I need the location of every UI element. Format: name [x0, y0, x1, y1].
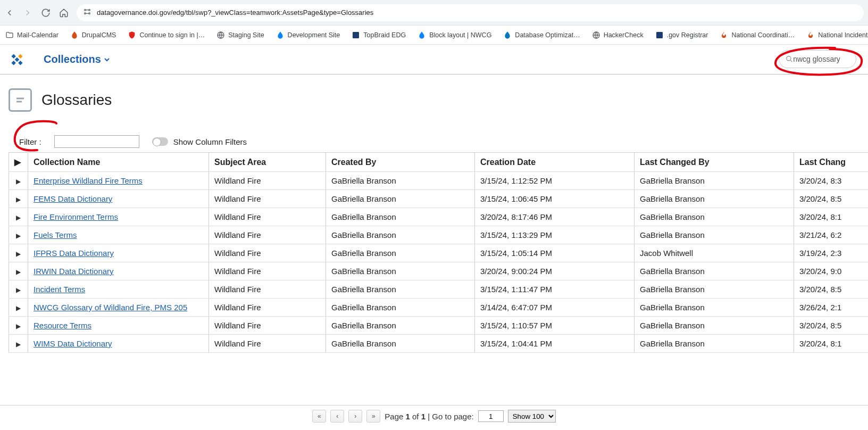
row-expand[interactable]: ▶	[16, 268, 21, 276]
svg-rect-14	[18, 61, 22, 65]
cell-last-changed: 3/20/24, 8:5	[794, 190, 869, 208]
cell-creation-date: 3/15/24, 1:04:41 PM	[475, 335, 635, 353]
cell-created-by: GaBriella Branson	[326, 317, 475, 335]
row-expand[interactable]: ▶	[16, 286, 21, 294]
bookmark-item[interactable]: Database Optimizat…	[503, 31, 580, 39]
cell-last-changed: 3/19/24, 2:3	[794, 244, 869, 262]
pager-prev[interactable]: ‹	[330, 410, 344, 423]
global-search[interactable]	[779, 50, 856, 68]
bookmark-item[interactable]: .gov Registrar	[655, 31, 708, 39]
bookmark-item[interactable]: TopBraid EDG	[352, 31, 406, 39]
show-column-filters-toggle[interactable]	[152, 137, 168, 146]
bookmark-label: Continue to sign in |…	[139, 31, 205, 39]
collections-menu[interactable]: Collections	[44, 53, 110, 65]
bookmark-item[interactable]: Block layout | NWCG	[418, 31, 491, 39]
row-expand[interactable]: ▶	[16, 341, 21, 348]
site-settings-icon	[83, 7, 91, 18]
cell-created-by: GaBriella Branson	[326, 262, 475, 280]
row-expand[interactable]: ▶	[16, 196, 21, 203]
pager-goto-label: | Go to page:	[425, 412, 474, 421]
table-row: ▶ Enterprise Wildland Fire Terms Wildlan…	[9, 172, 869, 190]
reload-button[interactable]	[40, 7, 51, 18]
cell-last-changed-by: Jacob Whitwell	[635, 244, 794, 262]
caret-right-icon: ▶	[14, 158, 21, 167]
forward-button[interactable]	[22, 7, 33, 18]
back-button[interactable]	[4, 7, 15, 18]
expand-all-header[interactable]: ▶	[9, 153, 28, 172]
bookmark-item[interactable]: DrupalCMS	[70, 31, 116, 39]
table-row: ▶ Fuels Terms Wildland Fire GaBriella Br…	[9, 226, 869, 244]
collection-link[interactable]: WIMS Data Dictionary	[34, 339, 112, 348]
row-expand[interactable]: ▶	[16, 304, 21, 312]
cell-creation-date: 3/15/24, 1:06:45 PM	[475, 190, 635, 208]
row-expand[interactable]: ▶	[16, 322, 21, 330]
svg-rect-5	[353, 32, 359, 38]
drupal-icon	[70, 31, 79, 39]
collection-link[interactable]: NWCG Glossary of Wildland Fire, PMS 205	[34, 303, 187, 312]
collection-link[interactable]: FEMS Data Dictionary	[34, 194, 112, 203]
svg-rect-12	[11, 61, 15, 65]
bookmark-label: TopBraid EDG	[363, 31, 406, 39]
pager-goto-input[interactable]	[478, 410, 504, 422]
bookmark-label: DrupalCMS	[82, 31, 116, 39]
bookmark-item[interactable]: Staging Site	[216, 31, 264, 39]
cell-created-by: GaBriella Branson	[326, 299, 475, 317]
home-button[interactable]	[59, 7, 69, 18]
cell-last-changed-by: GaBriella Branson	[635, 190, 794, 208]
fire-icon	[720, 31, 728, 39]
pager-page-prefix: Page	[385, 412, 405, 421]
collection-link[interactable]: IFPRS Data Dictionary	[34, 249, 114, 258]
cell-subject-area: Wildland Fire	[209, 335, 326, 353]
col-creation-date[interactable]: Creation Date	[475, 153, 635, 172]
collection-link[interactable]: Enterprise Wildland Fire Terms	[34, 176, 143, 185]
bookmark-label: HackerCheck	[604, 31, 644, 39]
col-created-by[interactable]: Created By	[326, 153, 475, 172]
bookmark-item[interactable]: HackerCheck	[592, 31, 644, 39]
pager-page-sep: of	[410, 412, 421, 421]
glossaries-icon	[9, 88, 32, 112]
show-column-filters-label: Show Column Filters	[173, 137, 247, 146]
col-last-changed[interactable]: Last Chang	[794, 153, 869, 172]
cell-subject-area: Wildland Fire	[209, 280, 326, 299]
bookmark-item[interactable]: Continue to sign in |…	[128, 31, 205, 39]
col-collection-name[interactable]: Collection Name	[28, 153, 209, 172]
search-input[interactable]	[793, 55, 849, 63]
row-expand[interactable]: ▶	[16, 178, 21, 185]
pager-first[interactable]: «	[312, 410, 326, 423]
svg-point-3	[89, 13, 90, 14]
bookmark-item[interactable]: National Coordinati…	[720, 31, 795, 39]
cell-subject-area: Wildland Fire	[209, 226, 326, 244]
svg-rect-13	[11, 54, 15, 58]
collection-link[interactable]: Resource Terms	[34, 321, 91, 330]
row-expand[interactable]: ▶	[16, 214, 21, 221]
bookmark-item[interactable]: Development Site	[276, 31, 340, 39]
cell-subject-area: Wildland Fire	[209, 172, 326, 190]
svg-rect-11	[18, 54, 22, 58]
cell-created-by: GaBriella Branson	[326, 190, 475, 208]
col-subject-area[interactable]: Subject Area	[209, 153, 326, 172]
row-expand[interactable]: ▶	[16, 232, 21, 239]
svg-point-2	[85, 13, 86, 14]
collection-link[interactable]: Incident Terms	[34, 285, 85, 294]
pager-pagesize-select[interactable]: Show 100	[508, 410, 556, 423]
pager-last[interactable]: »	[366, 410, 380, 423]
pager-next[interactable]: ›	[348, 410, 362, 423]
cell-subject-area: Wildland Fire	[209, 208, 326, 226]
address-bar[interactable]: datagovernance.doi.gov/edg/tbl/swp?_view…	[77, 4, 864, 21]
collection-link[interactable]: Fuels Terms	[34, 230, 77, 239]
bookmark-label: Development Site	[288, 31, 340, 39]
table-row: ▶ IRWIN Data Dictionary Wildland Fire Ga…	[9, 262, 869, 280]
bookmark-item[interactable]: National Incident M…	[806, 31, 868, 39]
app-header: Collections	[0, 45, 868, 75]
collection-link[interactable]: IRWIN Data Dictionary	[34, 267, 114, 276]
cell-subject-area: Wildland Fire	[209, 317, 326, 335]
filter-input[interactable]	[54, 135, 139, 148]
collection-link[interactable]: Fire Environment Terms	[34, 212, 118, 221]
table-row: ▶ FEMS Data Dictionary Wildland Fire GaB…	[9, 190, 869, 208]
col-last-changed-by[interactable]: Last Changed By	[635, 153, 794, 172]
bookmark-label: National Incident M…	[818, 31, 868, 39]
row-expand[interactable]: ▶	[16, 250, 21, 258]
search-icon	[786, 55, 793, 63]
bookmark-item[interactable]: Mail-Calendar	[5, 31, 59, 39]
cell-last-changed-by: GaBriella Branson	[635, 172, 794, 190]
